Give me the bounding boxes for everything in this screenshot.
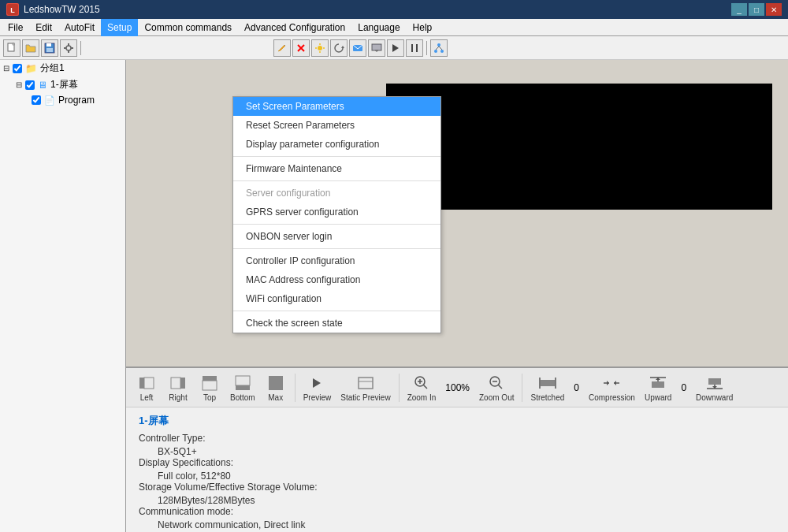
- svg-marker-59: [614, 381, 616, 385]
- menu-sep5: [233, 311, 440, 311]
- menu-common[interactable]: Common commands: [138, 19, 238, 36]
- menu-sep4: [233, 248, 440, 249]
- menu-wifi-config[interactable]: WiFi configuration: [233, 289, 440, 308]
- downward-label: Downward: [696, 393, 733, 402]
- menu-file[interactable]: File: [2, 19, 29, 36]
- tree-screen[interactable]: ⊟ 🖥 1-屏幕: [0, 76, 125, 93]
- window-controls: _ □ ✕: [731, 3, 782, 16]
- zoom-out-icon: [487, 374, 506, 392]
- layout-max-label: Max: [268, 393, 283, 402]
- menu-mac-address[interactable]: MAC Address configuration: [233, 270, 440, 289]
- maximize-button[interactable]: □: [749, 3, 764, 16]
- menu-setup[interactable]: Setup: [101, 19, 138, 36]
- tree-root[interactable]: ⊟ 📁 分组1: [0, 60, 125, 76]
- toolbar-monitor[interactable]: [368, 39, 385, 57]
- svg-line-51: [499, 385, 503, 389]
- menu-controller-ip[interactable]: Controller IP configuration: [233, 251, 440, 270]
- svg-rect-11: [71, 47, 73, 49]
- menu-server-config: Server configuration: [233, 184, 440, 203]
- toolbar-play[interactable]: [387, 39, 404, 57]
- zoom-in-button[interactable]: Zoom In: [404, 372, 440, 404]
- static-preview-label: Static Preview: [340, 393, 390, 402]
- layout-top-button[interactable]: Top: [195, 372, 224, 404]
- svg-point-31: [440, 50, 444, 53]
- svg-rect-6: [46, 48, 53, 52]
- toolbar-email[interactable]: [349, 39, 366, 57]
- title-bar: L LedshowTW 2015 _ □ ✕: [0, 0, 788, 19]
- minimize-button[interactable]: _: [731, 3, 747, 16]
- preview-label: Preview: [303, 393, 332, 402]
- playback-bar: Left Right Top: [126, 368, 788, 407]
- menu-autofit[interactable]: AutoFit: [58, 19, 101, 36]
- menu-edit[interactable]: Edit: [29, 19, 58, 36]
- tree-root-checkbox[interactable]: [13, 64, 22, 73]
- svg-rect-23: [372, 44, 381, 50]
- menu-check-screen[interactable]: Check the screen state: [233, 314, 440, 333]
- zoom-out-button[interactable]: Zoom Out: [476, 372, 517, 404]
- menu-sep3: [233, 224, 440, 225]
- menu-display-param-config[interactable]: Display parameter configuration: [233, 135, 440, 154]
- stretched-button[interactable]: Stretched: [527, 372, 567, 404]
- upward-button[interactable]: Upward: [641, 372, 675, 404]
- toolbar-settings[interactable]: [60, 39, 77, 57]
- tree-program-checkbox[interactable]: [32, 95, 41, 105]
- svg-rect-8: [68, 43, 69, 46]
- layout-max-button[interactable]: Max: [262, 372, 290, 404]
- upward-icon: [649, 374, 667, 392]
- svg-rect-10: [64, 47, 66, 49]
- toolbar-sep1: [80, 41, 81, 55]
- layout-right-icon: [169, 374, 188, 392]
- static-preview-icon: [356, 374, 375, 392]
- svg-marker-26: [392, 44, 399, 52]
- menu-firmware-maintenance[interactable]: Firmware Maintenance: [233, 159, 440, 178]
- zoom-in-icon: [412, 374, 431, 392]
- menu-onbon-login[interactable]: ONBON server login: [233, 227, 440, 246]
- tree-program-icon: 📄: [44, 95, 55, 106]
- downward-button[interactable]: Downward: [693, 372, 736, 404]
- static-preview-button[interactable]: Static Preview: [337, 372, 393, 404]
- menu-gprs-server-config[interactable]: GPRS server configuration: [233, 203, 440, 221]
- toolbar-sun[interactable]: [311, 39, 329, 57]
- svg-point-30: [434, 50, 437, 53]
- svg-rect-37: [171, 378, 180, 389]
- svg-rect-36: [180, 378, 185, 389]
- tree-folder-icon: 📁: [25, 63, 37, 74]
- info-panel: 1-屏幕 Controller Type: BX-5Q1+ Display Sp…: [126, 407, 788, 532]
- preview-button[interactable]: Preview: [300, 372, 335, 404]
- menu-sep2: [233, 180, 440, 181]
- tree-screen-expand-icon: ⊟: [16, 80, 22, 89]
- stretched-label: Stretched: [530, 393, 564, 402]
- toolbar-new[interactable]: [3, 39, 20, 57]
- svg-line-12: [284, 45, 285, 46]
- compression-button[interactable]: Compression: [585, 372, 638, 404]
- toolbar-save[interactable]: [41, 39, 58, 57]
- toolbar-edit1[interactable]: [273, 39, 291, 57]
- layout-bottom-button[interactable]: Bottom: [227, 372, 258, 404]
- toolbar-delete[interactable]: [292, 39, 310, 57]
- tree-screen-checkbox[interactable]: [25, 80, 35, 90]
- menu-reset-screen-params[interactable]: Reset Screen Parameters: [233, 116, 440, 135]
- menu-help[interactable]: Help: [407, 19, 439, 36]
- menu-set-screen-params[interactable]: Set Screen Parameters: [233, 97, 440, 116]
- layout-bottom-icon: [233, 374, 252, 392]
- layout-left-button[interactable]: Left: [132, 372, 161, 404]
- tree-program[interactable]: 📄 Program: [0, 93, 125, 107]
- svg-rect-35: [144, 378, 154, 389]
- svg-line-33: [439, 47, 442, 50]
- info-display-spec-value: Full color, 512*80: [139, 471, 775, 482]
- menu-language[interactable]: Language: [351, 19, 406, 36]
- toolbar-refresh[interactable]: [330, 39, 348, 57]
- toolbar-pause[interactable]: [406, 39, 423, 57]
- compression-icon: [602, 374, 621, 392]
- menu-advanced[interactable]: Advanced Configuration: [238, 19, 351, 36]
- layout-max-icon: [266, 374, 285, 392]
- svg-rect-40: [236, 385, 250, 390]
- svg-marker-43: [313, 378, 321, 388]
- pb-sep3: [522, 374, 522, 402]
- toolbar-open[interactable]: [22, 39, 39, 57]
- toolbar-network[interactable]: [430, 39, 448, 57]
- svg-point-7: [66, 46, 71, 50]
- close-button[interactable]: ✕: [766, 3, 782, 16]
- pb-sep2: [399, 374, 400, 402]
- layout-right-button[interactable]: Right: [164, 372, 192, 404]
